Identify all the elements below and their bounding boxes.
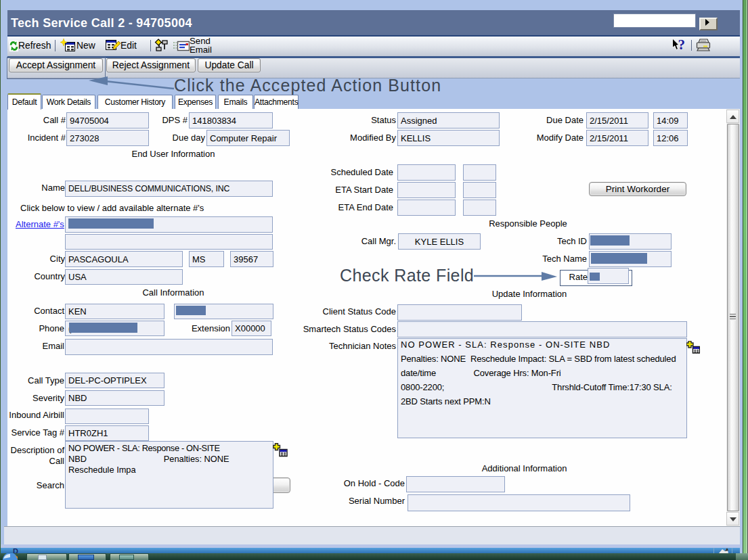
svg-text:Click the Accepted Action Butt: Click the Accepted Action Button — [174, 76, 441, 95]
svg-text:?: ? — [678, 38, 686, 53]
svg-text:Check Rate Field: Check Rate Field — [340, 266, 474, 285]
